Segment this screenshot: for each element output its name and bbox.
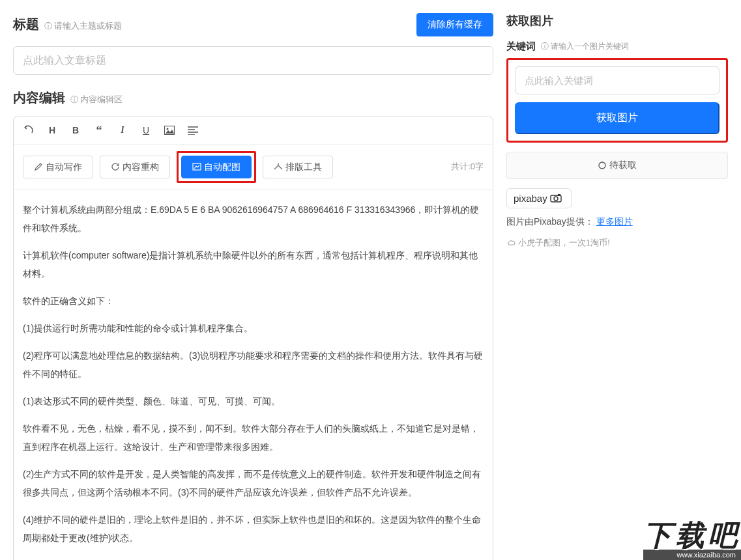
title-label-group: 标题 请输入主题或标题	[13, 16, 122, 33]
status-label: 待获取	[609, 159, 637, 172]
image-small-icon	[192, 162, 201, 171]
more-images-link[interactable]: 更多图片	[596, 216, 633, 227]
action-toolbar: 自动写作 内容重构 自动配图 排版工具 共计:0字	[14, 145, 493, 191]
content-label-group: 内容编辑 内容编辑区	[13, 89, 123, 107]
underline-icon[interactable]: U	[140, 125, 152, 135]
keyword-label: 关键词	[506, 40, 536, 53]
content-label: 内容编辑	[13, 89, 65, 107]
get-image-button[interactable]: 获取图片	[515, 102, 719, 134]
auto-image-button[interactable]: 自动配图	[181, 156, 252, 179]
watermark-text: 下载吧	[643, 521, 741, 550]
heading-icon[interactable]: H	[46, 125, 58, 135]
layout-tool-button[interactable]: 排版工具	[263, 156, 333, 179]
circle-icon	[598, 161, 607, 170]
align-icon[interactable]	[187, 126, 199, 135]
content-paragraph: (4)维护不同的硬件是旧的，理论上软件是旧的，并不坏，但实际上软件也是旧的和坏的…	[23, 511, 484, 547]
keyword-label-group: 关键词 请输入一个图片关键词	[506, 40, 728, 53]
undo-icon[interactable]	[23, 125, 35, 135]
cloud-icon	[506, 238, 516, 247]
svg-point-1	[167, 128, 169, 130]
watermark: 下载吧 www.xiazaiba.com	[643, 521, 741, 560]
auto-write-label: 自动写作	[46, 161, 82, 174]
keyword-highlight-box: 获取图片	[506, 58, 728, 143]
svg-rect-10	[558, 194, 560, 196]
content-paragraph: (1)提供运行时所需功能和性能的命令或计算机程序集合。	[23, 319, 484, 337]
pixabay-label: pixabay	[514, 193, 547, 204]
clear-cache-button[interactable]: 清除所有缓存	[416, 13, 493, 36]
footnote-text: 小虎子配图，一次1淘币!	[518, 237, 610, 249]
sidebar: 获取图片 关键词 请输入一个图片关键词 获取图片 待获取 pixabay 图片由…	[506, 13, 728, 560]
content-paragraph: (2)生产方式不同的软件是开发，是人类智能的高发挥，而不是传统意义上的硬件制造。…	[23, 465, 484, 501]
auto-image-highlight: 自动配图	[177, 151, 256, 184]
pixabay-chip[interactable]: pixabay	[506, 188, 572, 208]
watermark-url: www.xiazaiba.com	[643, 550, 741, 560]
content-hint: 内容编辑区	[70, 94, 123, 105]
editor-content[interactable]: 整个计算机系统由两部分组成：E.69DA 5 E 6 BA 9062616964…	[14, 190, 493, 560]
layout-tool-label: 排版工具	[285, 161, 322, 174]
status-button[interactable]: 待获取	[506, 152, 728, 179]
main-column: 标题 请输入主题或标题 清除所有缓存 内容编辑 内容编辑区 H B “ I U	[13, 13, 493, 560]
title-section-header: 标题 请输入主题或标题 清除所有缓存	[13, 13, 493, 36]
content-paragraph: 软件的正确含义如下：	[23, 292, 484, 310]
keyword-hint: 请输入一个图片关键词	[541, 41, 629, 52]
content-paragraph: 计算机软件(computer software)是指计算机系统中除硬件以外的所有…	[23, 246, 484, 283]
auto-write-button[interactable]: 自动写作	[23, 156, 93, 179]
title-label: 标题	[13, 16, 39, 33]
editor-box: H B “ I U 自动写作 内容重构	[13, 117, 493, 560]
auto-image-label: 自动配图	[204, 161, 240, 174]
italic-icon[interactable]: I	[117, 125, 128, 135]
layout-icon	[274, 162, 283, 171]
content-restructure-button[interactable]: 内容重构	[100, 156, 170, 179]
attribution-text: 图片由Pixabay提供：	[506, 216, 594, 227]
content-paragraph: 软件看不见，无色，枯燥，看不见，摸不到，闻不到。软件大部分存在于人们的头脑或纸上…	[23, 419, 484, 456]
article-title-input[interactable]	[13, 46, 493, 75]
content-paragraph: (2)程序可以满意地处理信息的数据结构。(3)说明程序功能要求和程序需要的文档的…	[23, 346, 484, 383]
content-restructure-label: 内容重构	[123, 161, 159, 174]
svg-point-9	[554, 197, 558, 201]
pencil-icon	[34, 162, 43, 171]
content-paragraph: (1)表达形式不同的硬件类型、颜色、味道、可见、可摸、可闻。	[23, 392, 484, 410]
content-paragraph: 整个计算机系统由两部分组成：E.69DA 5 E 6 BA 9062616964…	[23, 201, 484, 237]
title-hint: 请输入主题或标题	[44, 20, 122, 32]
attribution: 图片由Pixabay提供： 更多图片	[506, 216, 728, 228]
camera-icon	[550, 193, 564, 203]
get-image-title: 获取图片	[506, 13, 728, 29]
svg-point-7	[599, 162, 605, 169]
footnote: 小虎子配图，一次1淘币!	[506, 237, 728, 249]
bold-icon[interactable]: B	[70, 125, 81, 135]
refresh-icon	[111, 162, 120, 171]
content-section-header: 内容编辑 内容编辑区	[13, 89, 493, 107]
quote-icon[interactable]: “	[93, 124, 105, 137]
image-icon[interactable]	[164, 126, 175, 135]
word-count: 共计:0字	[451, 161, 484, 173]
format-toolbar: H B “ I U	[14, 117, 493, 145]
keyword-input[interactable]	[515, 66, 719, 94]
